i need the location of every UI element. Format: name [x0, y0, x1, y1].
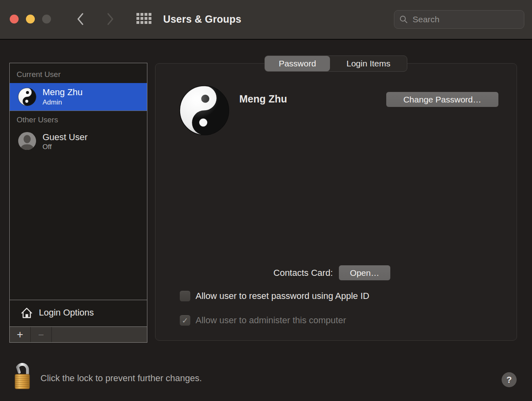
user-list-sidebar: Current User Meng Zhu Admin Other Users [9, 63, 147, 343]
row-separator [10, 111, 147, 111]
window-title: Users & Groups [163, 13, 241, 25]
remove-user-button[interactable]: − [31, 327, 52, 342]
password-pane: Meng Zhu Change Password… Contacts Card:… [155, 63, 517, 341]
close-button[interactable] [10, 15, 19, 23]
other-users-header: Other Users [17, 115, 58, 124]
lock-hint-text: Click the lock to prevent further change… [40, 373, 202, 384]
bottom-bar-filler [52, 327, 147, 342]
users-groups-window: Users & Groups Current User [0, 0, 532, 401]
tab-password[interactable]: Password [265, 56, 330, 71]
add-user-button[interactable]: + [10, 327, 31, 342]
change-password-button[interactable]: Change Password… [386, 92, 498, 107]
zoom-button-disabled [42, 15, 51, 23]
login-options-label: Login Options [39, 307, 94, 318]
administer-checkbox[interactable]: ✓ [180, 315, 190, 326]
open-contacts-card-button[interactable]: Open… [339, 265, 390, 280]
yin-yang-avatar-large[interactable] [179, 85, 230, 136]
sidebar-bottom-bar: + − [10, 326, 147, 342]
show-all-grid-icon[interactable] [136, 13, 151, 26]
minimize-button[interactable] [26, 15, 35, 23]
administer-label: Allow user to administer this computer [196, 315, 346, 326]
current-user-header: Current User [17, 70, 61, 79]
user-row-guest[interactable]: Guest User Off [10, 128, 147, 154]
contacts-card-row: Contacts Card: Open… [155, 265, 517, 280]
user-name: Guest User [43, 132, 87, 143]
reset-password-label: Allow user to reset password using Apple… [196, 291, 369, 301]
search-icon [399, 15, 408, 24]
contacts-card-label: Contacts Card: [155, 265, 333, 280]
user-role: Admin [43, 98, 62, 107]
reset-password-option: Allow user to reset password using Apple… [180, 290, 369, 302]
search-field[interactable] [394, 10, 524, 29]
tab-bar: Password Login Items [264, 55, 407, 72]
search-input[interactable] [412, 14, 519, 25]
administer-option: ✓ Allow user to administer this computer [180, 315, 346, 326]
reset-password-checkbox[interactable] [180, 291, 190, 301]
back-button[interactable] [75, 12, 85, 26]
user-name: Meng Zhu [43, 87, 83, 98]
user-row-meng-zhu[interactable]: Meng Zhu Admin [10, 83, 147, 111]
guest-avatar [18, 132, 36, 150]
toolbar: Users & Groups [0, 0, 532, 40]
account-full-name: Meng Zhu [239, 93, 287, 105]
tab-login-items[interactable]: Login Items [330, 56, 407, 71]
home-icon [20, 307, 33, 320]
user-status: Off [43, 143, 51, 151]
login-options-row[interactable]: Login Options [10, 300, 147, 326]
forward-button[interactable] [106, 12, 115, 26]
unlocked-lock-icon[interactable] [11, 360, 32, 392]
yin-yang-avatar [18, 87, 36, 106]
help-button[interactable]: ? [502, 372, 517, 387]
